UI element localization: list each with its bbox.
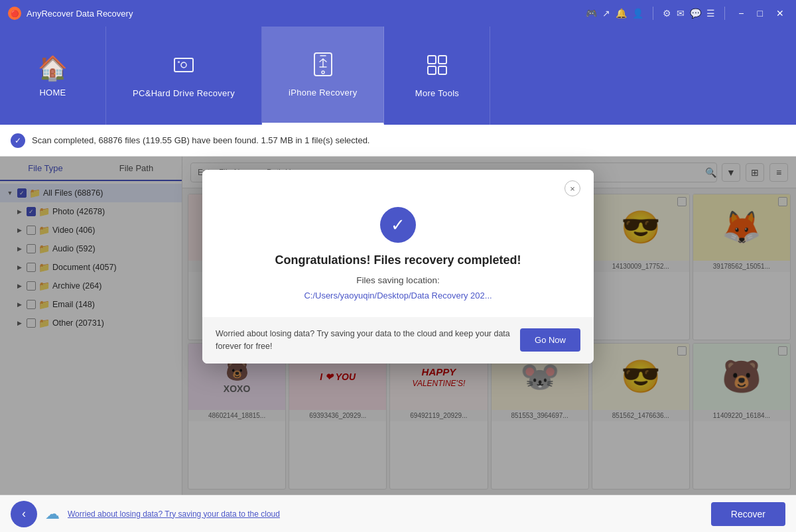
modal-promo-section: Worried about losing data? Try saving yo… bbox=[202, 317, 594, 364]
status-text: Scan completed, 68876 files (119.55 GB) … bbox=[32, 135, 369, 145]
bell-icon[interactable]: 🔔 bbox=[616, 8, 627, 19]
modal-subtitle: Files saving location: bbox=[222, 275, 574, 285]
modal-location-link[interactable]: C:/Users/yaoyuqin/Desktop/Data Recovery … bbox=[304, 291, 492, 300]
modal-success-icon: ✓ bbox=[380, 207, 416, 243]
nav-bar: 🏠 HOME PC&Hard Drive Recovery iPhone Rec… bbox=[0, 27, 796, 125]
maximize-button[interactable]: □ bbox=[754, 7, 767, 20]
status-bar: ✓ Scan completed, 68876 files (119.55 GB… bbox=[0, 125, 796, 157]
main-content: File Type File Path ▼ ✓ 📁 All Files (688… bbox=[0, 157, 796, 495]
modal-go-button[interactable]: Go Now bbox=[520, 328, 580, 352]
recover-button[interactable]: Recover bbox=[711, 502, 785, 526]
discord-icon[interactable]: 🎮 bbox=[586, 8, 597, 19]
svg-rect-8 bbox=[428, 66, 436, 74]
nav-iphone[interactable]: iPhone Recovery bbox=[262, 27, 385, 125]
modal-promo-text: Worried about losing data? Try saving yo… bbox=[216, 328, 511, 353]
title-bar: 🔴 AnyRecover Data Recovery 🎮 ↗ 🔔 👤 ⚙ ✉ 💬… bbox=[0, 0, 796, 27]
modal-close-button[interactable]: × bbox=[564, 180, 580, 196]
chat-icon[interactable]: 💬 bbox=[690, 8, 701, 19]
separator2 bbox=[724, 7, 725, 20]
right-panel: 🔍 ▼ ⊞ ≡ 😠 106218355_95385... 😊 106421 bbox=[182, 157, 796, 495]
status-check-icon: ✓ bbox=[11, 133, 25, 148]
modal-body: ✓ Congratulations! Files recovery comple… bbox=[202, 196, 594, 317]
svg-rect-0 bbox=[174, 58, 193, 72]
bottom-bar: ‹ ☁ Worried about losing data? Try savin… bbox=[0, 495, 796, 532]
mail-icon[interactable]: ✉ bbox=[677, 8, 685, 19]
nav-pc-drive[interactable]: PC&Hard Drive Recovery bbox=[106, 27, 262, 125]
iphone-icon bbox=[313, 52, 333, 82]
svg-rect-2 bbox=[178, 61, 180, 63]
title-bar-icons: 🎮 ↗ 🔔 👤 ⚙ ✉ 💬 ☰ − □ ✕ bbox=[586, 7, 788, 20]
svg-rect-9 bbox=[438, 66, 446, 74]
settings-icon[interactable]: ⚙ bbox=[663, 8, 671, 19]
nav-home-label: HOME bbox=[39, 88, 66, 98]
svg-rect-7 bbox=[438, 56, 446, 64]
menu-icon[interactable]: ☰ bbox=[706, 8, 715, 19]
modal-overlay: × ✓ Congratulations! Files recovery comp… bbox=[0, 157, 796, 495]
app-title: AnyRecover Data Recovery bbox=[27, 9, 586, 19]
nav-iphone-label: iPhone Recovery bbox=[289, 88, 358, 98]
svg-point-4 bbox=[322, 71, 324, 74]
nav-more-tools[interactable]: More Tools bbox=[384, 27, 490, 125]
cloud-icon: ☁ bbox=[45, 505, 60, 523]
recovery-complete-modal: × ✓ Congratulations! Files recovery comp… bbox=[202, 170, 594, 364]
more-tools-icon bbox=[425, 53, 449, 83]
nav-more-label: More Tools bbox=[415, 88, 459, 98]
app-logo: 🔴 bbox=[8, 7, 21, 20]
modal-header: × bbox=[202, 170, 594, 196]
home-icon: 🏠 bbox=[38, 54, 68, 82]
modal-title: Congratulations! Files recovery complete… bbox=[222, 253, 574, 267]
nav-pc-label: PC&Hard Drive Recovery bbox=[133, 88, 235, 98]
share-icon[interactable]: ↗ bbox=[602, 8, 610, 19]
bottom-promo-text[interactable]: Worried about losing data? Try saving yo… bbox=[68, 509, 703, 519]
svg-rect-6 bbox=[428, 56, 436, 64]
user-icon[interactable]: 👤 bbox=[632, 8, 643, 19]
back-button[interactable]: ‹ bbox=[11, 501, 37, 527]
minimize-button[interactable]: − bbox=[734, 7, 748, 20]
close-button[interactable]: ✕ bbox=[772, 7, 788, 20]
nav-home[interactable]: 🏠 HOME bbox=[0, 27, 106, 125]
svg-point-1 bbox=[181, 62, 186, 68]
pc-drive-icon bbox=[172, 53, 196, 83]
separator bbox=[653, 7, 653, 20]
